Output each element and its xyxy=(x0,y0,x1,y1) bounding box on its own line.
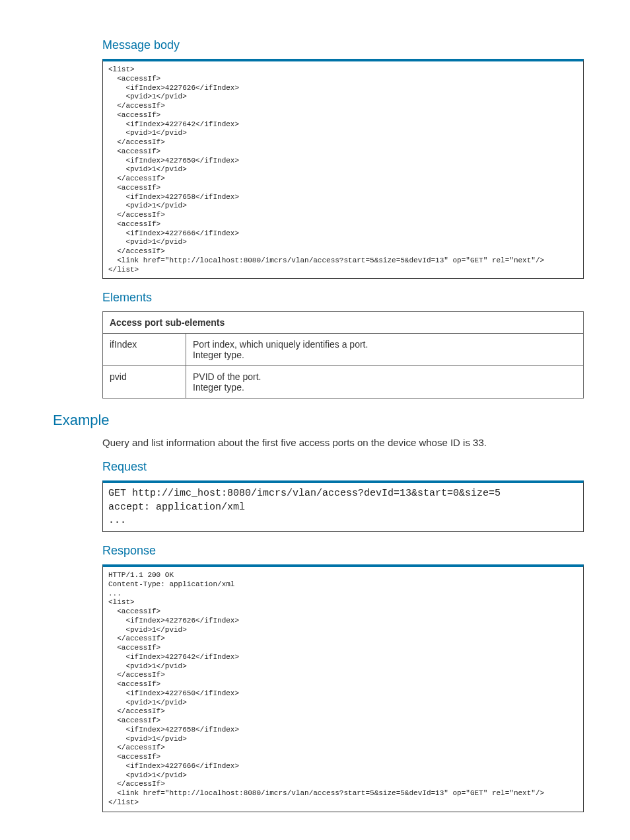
code-request: GET http://imc_host:8080/imcrs/vlan/acce… xyxy=(102,480,584,532)
elements-table: Access port sub-elements ifIndex Port in… xyxy=(102,311,584,399)
element-desc: PVID of the port. Integer type. xyxy=(186,366,584,399)
heading-example: Example xyxy=(53,412,584,429)
heading-response: Response xyxy=(102,544,584,558)
code-message-body: <list> <accessIf> <ifIndex>4227626</ifIn… xyxy=(102,59,584,279)
heading-message-body: Message body xyxy=(102,38,584,52)
element-desc: Port index, which uniquely identifies a … xyxy=(186,334,584,366)
heading-request: Request xyxy=(102,460,584,474)
code-response: HTTP/1.1 200 OK Content-Type: applicatio… xyxy=(102,564,584,812)
table-header-cell: Access port sub-elements xyxy=(103,312,584,334)
element-name: ifIndex xyxy=(103,334,186,366)
element-name: pvid xyxy=(103,366,186,399)
table-row: pvid PVID of the port. Integer type. xyxy=(103,366,584,399)
heading-elements: Elements xyxy=(102,291,584,305)
table-row: ifIndex Port index, which uniquely ident… xyxy=(103,334,584,366)
example-description: Query and list information about the fir… xyxy=(102,437,584,448)
